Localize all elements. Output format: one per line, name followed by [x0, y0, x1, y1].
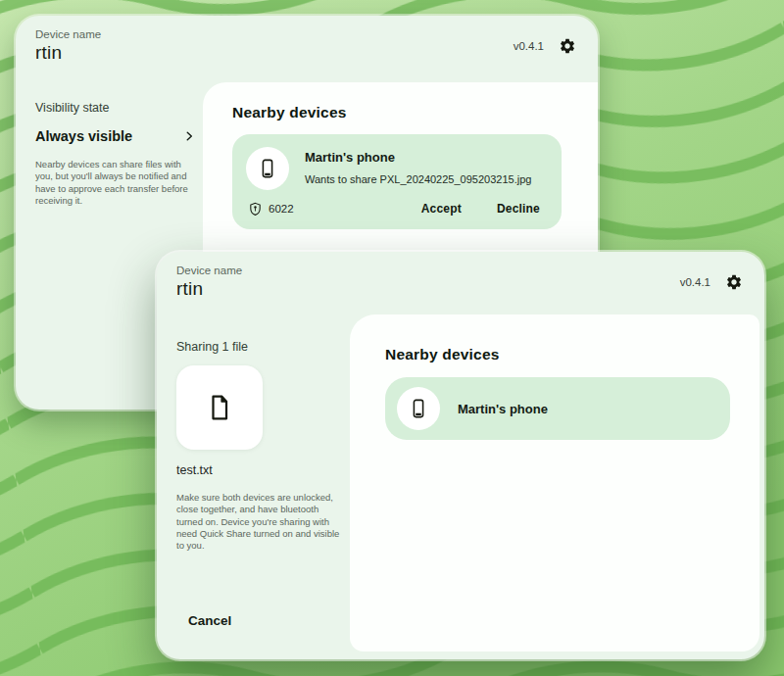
device-name-label: Device name	[35, 28, 101, 40]
decline-button[interactable]: Decline	[489, 198, 548, 219]
device-name: Martin's phone	[458, 402, 548, 416]
visibility-description: Nearby devices can share files with you,…	[35, 159, 200, 207]
device-name-value: rtin	[176, 278, 242, 300]
nearby-devices-heading: Nearby devices	[385, 346, 760, 363]
device-name: Martin's phone	[305, 150, 531, 165]
pin-code: 6022	[248, 202, 294, 217]
share-request-text: Wants to share PXL_20240225_095203215.jp…	[305, 173, 531, 185]
file-name: test.txt	[176, 463, 343, 477]
sharing-status-label: Sharing 1 file	[176, 340, 343, 354]
settings-gear-icon[interactable]	[725, 273, 743, 291]
device-avatar	[246, 147, 289, 190]
visibility-value: Always visible	[35, 128, 132, 144]
sharing-sidebar: Sharing 1 file test.txt Make sure both d…	[176, 340, 343, 553]
shield-key-icon	[248, 202, 263, 217]
visibility-state-label: Visibility state	[35, 101, 202, 115]
device-name-label: Device name	[176, 265, 242, 276]
device-name-value: rtin	[35, 42, 101, 64]
smartphone-icon	[408, 398, 429, 419]
version-label: v0.4.1	[680, 276, 710, 288]
chevron-right-icon	[182, 129, 196, 143]
sharing-instructions: Make sure both devices are unlocked, clo…	[176, 492, 341, 553]
cancel-button[interactable]: Cancel	[180, 607, 239, 634]
visibility-sidebar: Visibility state Always visible Nearby d…	[35, 101, 202, 207]
settings-gear-icon[interactable]	[559, 37, 576, 55]
file-preview-tile	[176, 365, 263, 450]
visibility-selector[interactable]: Always visible	[35, 128, 196, 144]
nearby-device-item[interactable]: Martin's phone	[385, 377, 730, 440]
document-icon	[205, 393, 234, 422]
smartphone-icon	[257, 158, 278, 179]
send-window: Device name rtin v0.4.1 Sharing 1 file t…	[157, 252, 764, 659]
nearby-devices-heading: Nearby devices	[232, 104, 598, 121]
version-label: v0.4.1	[514, 40, 544, 52]
accept-button[interactable]: Accept	[414, 198, 469, 219]
pin-code-value: 6022	[269, 203, 294, 215]
incoming-share-card: Martin's phone Wants to share PXL_202402…	[232, 134, 562, 229]
nearby-devices-panel: Nearby devices Martin's phone	[350, 314, 760, 652]
device-avatar	[397, 387, 440, 430]
